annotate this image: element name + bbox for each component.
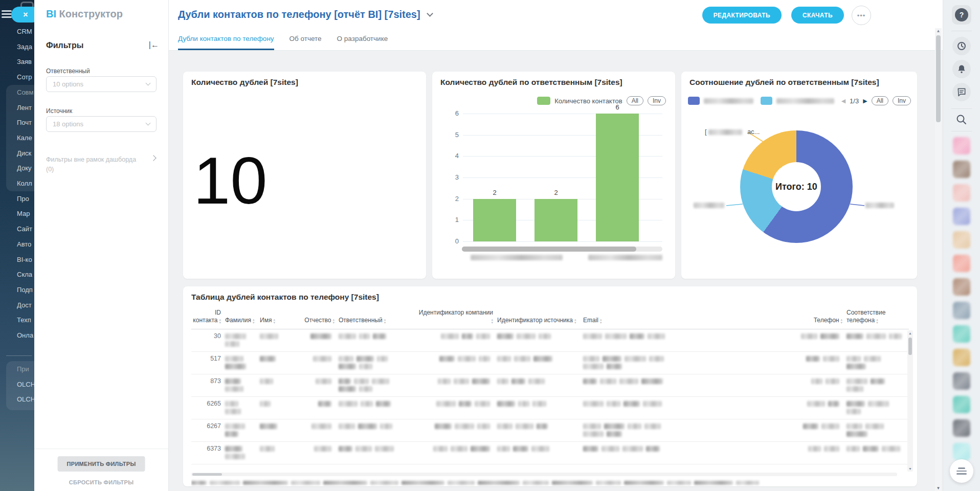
avatar[interactable] xyxy=(953,231,970,249)
notifications-button[interactable] xyxy=(952,60,971,78)
responsible-filter-select[interactable]: 10 options xyxy=(46,76,157,92)
redacted-text xyxy=(459,401,472,407)
table-row[interactable]: 6265 xyxy=(191,397,909,419)
report-title[interactable]: Дубли контактов по телефону [отчёт BI] [… xyxy=(178,9,432,20)
redacted-text xyxy=(359,333,370,339)
avatar[interactable] xyxy=(953,255,970,272)
messenger-button[interactable] xyxy=(952,83,971,101)
redacted-text xyxy=(531,446,549,452)
source-filter-value: 18 options xyxy=(53,120,83,128)
redacted-text xyxy=(807,401,825,407)
table-row[interactable]: 6373 xyxy=(191,442,909,464)
edit-button[interactable]: РЕДАКТИРОВАТЬ xyxy=(702,7,782,24)
avatar[interactable] xyxy=(953,372,970,390)
collapse-filters-icon[interactable]: |← xyxy=(149,40,159,50)
redacted-text xyxy=(511,378,525,384)
all-toggle-button[interactable]: All xyxy=(872,96,888,105)
source-filter-select[interactable]: 18 options xyxy=(46,116,157,132)
avatar[interactable] xyxy=(953,137,970,154)
tab-2[interactable]: Об отчете xyxy=(289,35,322,50)
sort-icon[interactable]: ▴▾ xyxy=(574,318,576,324)
redacted-text xyxy=(316,378,331,384)
table-row[interactable]: 873 xyxy=(191,374,909,397)
avatar[interactable] xyxy=(953,184,970,202)
column-header[interactable]: Отчество▴▾ xyxy=(288,314,338,329)
table-vertical-scrollbar[interactable]: ▲▼ xyxy=(907,330,913,472)
more-options-button[interactable]: ••• xyxy=(852,6,871,25)
download-button[interactable]: СКАЧАТЬ xyxy=(791,7,844,24)
avatar[interactable] xyxy=(953,396,970,413)
sort-icon[interactable]: ▴▾ xyxy=(332,318,335,324)
avatar[interactable] xyxy=(953,161,970,178)
avatar[interactable] xyxy=(953,325,970,343)
apply-filters-button[interactable]: ПРИМЕНИТЬ ФИЛЬТРЫ xyxy=(58,456,145,472)
column-header[interactable]: Идентификатор источника▴▾ xyxy=(496,314,582,329)
avatar[interactable] xyxy=(953,349,970,366)
page-vertical-scrollbar[interactable]: ▲▼ xyxy=(935,28,942,491)
sort-icon[interactable]: ▴▾ xyxy=(876,318,878,324)
column-header[interactable]: Идентификатор компании▴▾ xyxy=(415,306,496,329)
bar-value-label: 6 xyxy=(596,103,639,111)
column-header[interactable]: Соответствие телефона▴▾ xyxy=(845,306,909,329)
inv-toggle-button[interactable]: Inv xyxy=(893,96,911,105)
outside-filters-link[interactable]: Фильтры вне рамок дашборда (0) xyxy=(46,155,157,174)
bar-segment[interactable] xyxy=(596,114,639,241)
search-button[interactable] xyxy=(955,114,968,126)
redacted-text xyxy=(641,378,663,384)
sort-icon[interactable]: ▴▾ xyxy=(840,318,842,324)
avatar[interactable] xyxy=(953,208,970,225)
sort-icon[interactable]: ▴▾ xyxy=(491,318,493,324)
donut-total-label: Итого: 10 xyxy=(740,130,853,243)
legend-next-page-icon[interactable]: ▶ xyxy=(863,98,867,104)
sort-icon[interactable]: ▴▾ xyxy=(219,318,221,324)
help-button[interactable]: ? xyxy=(952,5,971,25)
avatar[interactable] xyxy=(953,443,970,460)
redacted-text xyxy=(339,423,355,429)
bar-chart-horizontal-scrollbar[interactable] xyxy=(462,247,662,252)
table-horizontal-scrollbar[interactable] xyxy=(191,473,897,476)
rail-divider xyxy=(951,31,972,31)
column-header[interactable]: Имя▴▾ xyxy=(259,314,288,329)
bar-segment[interactable] xyxy=(534,199,577,241)
redacted-text xyxy=(528,378,545,384)
avatar[interactable] xyxy=(953,302,970,319)
table-cell xyxy=(582,419,736,438)
sort-icon[interactable]: ▴▾ xyxy=(384,318,386,324)
tab-3[interactable]: О разработчике xyxy=(337,35,388,50)
table-cell xyxy=(582,329,736,340)
redacted-text xyxy=(260,446,275,452)
sort-icon[interactable]: ▴▾ xyxy=(273,318,275,324)
avatar[interactable] xyxy=(953,419,970,437)
table-row[interactable]: 517 xyxy=(191,352,909,374)
tab-1[interactable]: Дубли контактов по телефону xyxy=(178,35,274,50)
legend-prev-page-icon[interactable]: ◀ xyxy=(841,98,845,104)
table-row[interactable]: 6267 xyxy=(191,419,909,442)
table-cell xyxy=(496,329,582,340)
column-header[interactable]: Фамилия▴▾ xyxy=(224,314,259,329)
redacted-text xyxy=(314,446,331,452)
column-header[interactable]: ID контакта▴▾ xyxy=(191,306,224,329)
redacted-text xyxy=(497,333,514,339)
rail-menu-button[interactable] xyxy=(950,459,973,483)
redacted-text xyxy=(596,481,621,485)
table-cell xyxy=(338,397,415,408)
column-header[interactable]: Email▴▾ xyxy=(582,314,736,329)
column-header[interactable]: Телефон▴▾ xyxy=(736,314,845,329)
chevron-down-icon xyxy=(146,81,151,86)
bar-segment[interactable] xyxy=(473,199,516,241)
redacted-text xyxy=(539,333,551,339)
sort-icon[interactable]: ▴▾ xyxy=(600,318,602,324)
reset-filters-button[interactable]: СБРОСИТЬ ФИЛЬТРЫ xyxy=(66,479,137,486)
avatar[interactable] xyxy=(953,278,970,296)
time-tracking-button[interactable] xyxy=(952,37,971,55)
sort-icon[interactable]: ▴▾ xyxy=(253,318,255,324)
redacted-text xyxy=(607,364,622,369)
redacted-text xyxy=(847,333,863,339)
table-row[interactable]: 30 xyxy=(191,329,909,352)
column-header[interactable]: Ответственный▴▾ xyxy=(338,314,415,329)
logo-bi: BI xyxy=(46,8,56,19)
source-filter-label: Источник xyxy=(46,107,72,115)
redacted-text xyxy=(370,481,398,485)
hamburger-menu-icon[interactable] xyxy=(2,10,12,18)
inv-toggle-button[interactable]: Inv xyxy=(648,96,666,105)
